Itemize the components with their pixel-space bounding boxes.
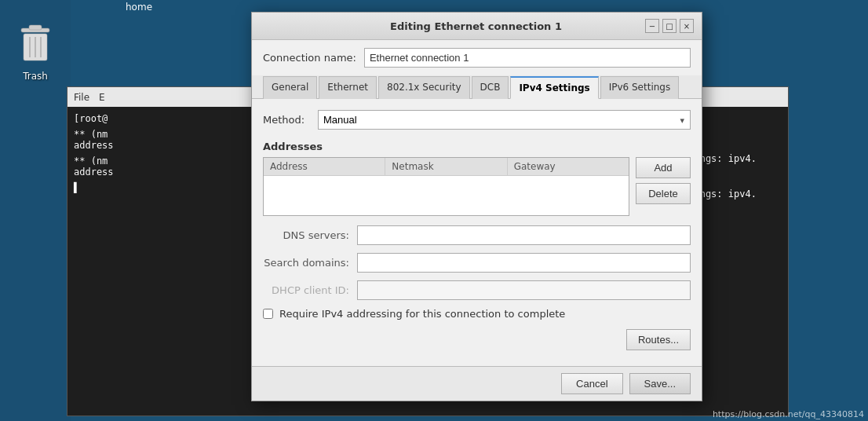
connection-name-row: Connection name: bbox=[252, 40, 702, 75]
require-ipv4-row: Require IPv4 addressing for this connect… bbox=[263, 308, 691, 320]
dhcp-client-id-label: DHCP client ID: bbox=[263, 284, 349, 296]
dhcp-client-id-row: DHCP client ID: bbox=[263, 280, 691, 300]
require-ipv4-checkbox[interactable] bbox=[263, 309, 273, 319]
dialog-titlebar: Editing Ethernet connection 1 − □ × bbox=[252, 13, 702, 40]
addresses-body bbox=[264, 176, 629, 215]
minimize-button[interactable]: − bbox=[645, 19, 659, 33]
dns-servers-label: DNS servers: bbox=[263, 229, 349, 241]
gateway-col-header: Gateway bbox=[508, 158, 629, 175]
edit-connection-dialog: Editing Ethernet connection 1 − □ × Conn… bbox=[251, 12, 702, 401]
watermark: https://blog.csdn.net/qq_43340814 bbox=[713, 409, 864, 419]
sidebar: Trash bbox=[0, 0, 71, 421]
search-domains-row: Search domains: bbox=[263, 253, 691, 273]
home-text: home bbox=[126, 2, 152, 13]
menu-edit[interactable]: E bbox=[99, 92, 105, 103]
tab-ipv6-settings[interactable]: IPv6 Settings bbox=[600, 76, 680, 99]
method-select[interactable]: Manual Automatic (DHCP) Link-Local Only … bbox=[318, 110, 691, 130]
connection-name-label: Connection name: bbox=[263, 52, 356, 64]
method-row: Method: Manual Automatic (DHCP) Link-Loc… bbox=[263, 110, 691, 130]
addresses-buttons: Add Delete bbox=[636, 157, 691, 216]
search-domains-label: Search domains: bbox=[263, 257, 349, 269]
menu-file[interactable]: File bbox=[74, 92, 89, 103]
dns-servers-input[interactable] bbox=[357, 225, 691, 245]
save-button[interactable]: Save... bbox=[629, 373, 691, 394]
tab-8021x-security[interactable]: 802.1x Security bbox=[378, 76, 470, 99]
tab-dcb[interactable]: DCB bbox=[472, 76, 509, 99]
dialog-content: Method: Manual Automatic (DHCP) Link-Loc… bbox=[252, 99, 702, 366]
add-address-button[interactable]: Add bbox=[636, 157, 691, 178]
addresses-table: Address Netmask Gateway bbox=[263, 157, 629, 216]
search-domains-input[interactable] bbox=[357, 253, 691, 273]
tab-general[interactable]: General bbox=[263, 76, 317, 99]
require-ipv4-label: Require IPv4 addressing for this connect… bbox=[279, 308, 565, 320]
trash-label: Trash bbox=[23, 71, 48, 82]
dialog-title: Editing Ethernet connection 1 bbox=[307, 20, 645, 32]
tab-ipv4-settings[interactable]: IPv4 Settings bbox=[510, 76, 598, 99]
addresses-section-label: Addresses bbox=[263, 141, 691, 152]
maximize-button[interactable]: □ bbox=[662, 19, 677, 33]
netmask-col-header: Netmask bbox=[385, 158, 507, 175]
cancel-button[interactable]: Cancel bbox=[561, 373, 622, 394]
tab-ethernet[interactable]: Ethernet bbox=[319, 76, 377, 99]
connection-name-input[interactable] bbox=[364, 48, 691, 68]
routes-button[interactable]: Routes... bbox=[626, 329, 691, 350]
window-controls: − □ × bbox=[645, 19, 694, 33]
dhcp-client-id-input[interactable] bbox=[357, 280, 691, 300]
routes-row: Routes... bbox=[263, 329, 691, 350]
tabs-bar: General Ethernet 802.1x Security DCB IPv… bbox=[252, 75, 702, 99]
address-col-header: Address bbox=[264, 158, 385, 175]
svg-rect-1 bbox=[29, 25, 42, 30]
addresses-container: Address Netmask Gateway Add Delete bbox=[263, 157, 691, 216]
delete-address-button[interactable]: Delete bbox=[636, 183, 691, 204]
addresses-header: Address Netmask Gateway bbox=[264, 158, 629, 176]
method-select-wrapper: Manual Automatic (DHCP) Link-Local Only … bbox=[318, 110, 691, 130]
trash-can-image bbox=[16, 24, 54, 68]
trash-icon[interactable]: Trash bbox=[16, 24, 54, 82]
dns-servers-row: DNS servers: bbox=[263, 225, 691, 245]
close-button[interactable]: × bbox=[680, 19, 694, 33]
dialog-footer: Cancel Save... bbox=[252, 366, 702, 401]
method-label: Method: bbox=[263, 114, 310, 126]
